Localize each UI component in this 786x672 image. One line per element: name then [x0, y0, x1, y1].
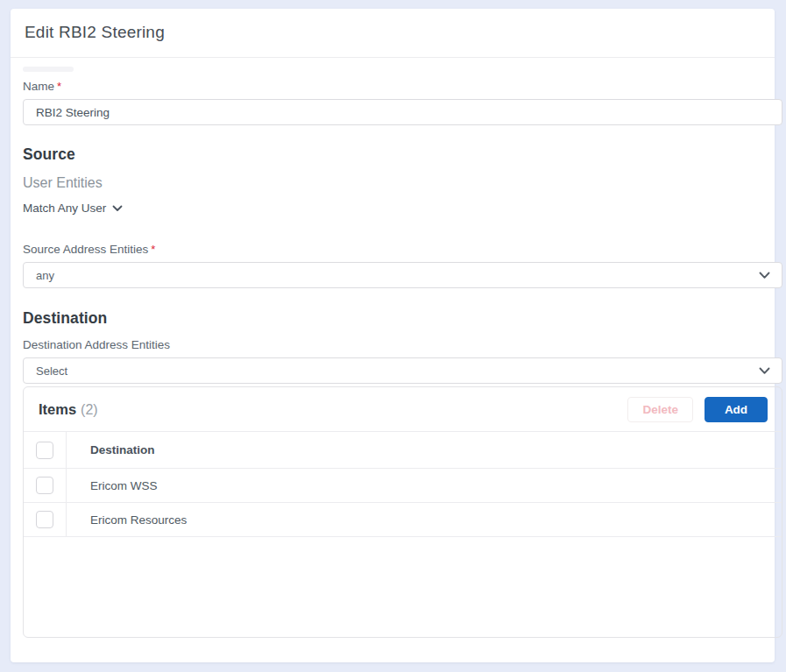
user-match-dropdown[interactable]: Match Any User: [23, 202, 123, 215]
source-address-label-text: Source Address Entities: [23, 243, 148, 256]
user-entities-label: User Entities: [23, 175, 761, 191]
delete-button[interactable]: Delete: [627, 397, 693, 422]
row-destination-value: Ericom Resources: [67, 503, 187, 536]
destination-section-heading: Destination: [23, 309, 761, 328]
items-title-group: Items(2): [39, 401, 98, 418]
dialog-header: Edit RBI2 Steering: [11, 9, 775, 58]
items-count-badge: (2): [81, 402, 98, 417]
select-all-checkbox[interactable]: [36, 442, 53, 459]
edit-steering-dialog: Edit RBI2 Steering Name* Source User Ent…: [11, 9, 775, 662]
name-field-label: Name*: [23, 80, 761, 93]
items-title: Items: [39, 401, 76, 417]
chevron-down-icon: [112, 202, 123, 215]
row-checkbox[interactable]: [36, 511, 53, 528]
destination-address-selected-value: Select: [36, 364, 67, 378]
user-match-value: Match Any User: [23, 202, 106, 215]
name-input[interactable]: [23, 99, 782, 125]
dialog-body: Name* Source User Entities Match Any Use…: [11, 58, 775, 638]
select-all-cell: [24, 432, 67, 468]
row-checkbox-cell: [24, 469, 67, 502]
source-section-heading: Source: [23, 145, 761, 164]
table-header-row: Destination: [24, 432, 782, 469]
page-title: Edit RBI2 Steering: [25, 23, 761, 42]
row-checkbox[interactable]: [36, 477, 53, 494]
destination-address-label: Destination Address Entities: [23, 338, 761, 351]
source-address-selected-value: any: [36, 269, 54, 282]
row-destination-value: Ericom WSS: [67, 469, 158, 502]
row-checkbox-cell: [24, 503, 67, 536]
source-address-select[interactable]: any: [23, 262, 782, 288]
chevron-down-icon: [759, 364, 770, 378]
placeholder-bar: [23, 67, 74, 72]
items-panel-header: Items(2) Delete Add: [24, 387, 782, 432]
add-button[interactable]: Add: [705, 397, 768, 422]
name-label-text: Name: [23, 80, 54, 93]
required-asterisk: *: [57, 80, 61, 93]
chevron-down-icon: [759, 269, 770, 282]
source-address-label: Source Address Entities*: [23, 243, 761, 256]
items-table: Destination Ericom WSS Ericom Resources: [24, 432, 782, 637]
destination-column-header: Destination: [67, 432, 155, 468]
required-asterisk: *: [151, 243, 155, 256]
items-panel: Items(2) Delete Add Destination: [23, 386, 782, 638]
items-actions: Delete Add: [627, 397, 768, 422]
table-row[interactable]: Ericom WSS: [24, 469, 782, 503]
table-row[interactable]: Ericom Resources: [24, 503, 782, 537]
table-empty-area: [24, 537, 782, 637]
destination-address-select[interactable]: Select: [23, 357, 782, 384]
